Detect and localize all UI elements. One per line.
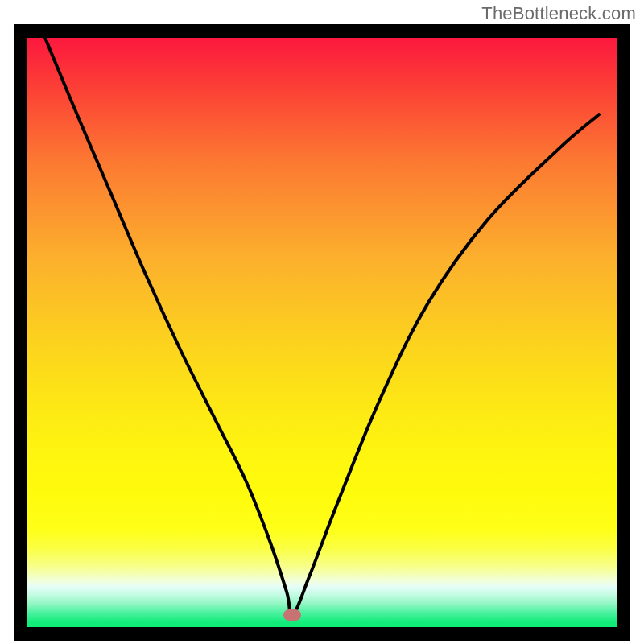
chart-frame bbox=[14, 24, 630, 641]
bottleneck-curve bbox=[14, 24, 630, 641]
optimal-point-marker bbox=[283, 609, 301, 621]
attribution-text: TheBottleneck.com bbox=[481, 3, 636, 24]
